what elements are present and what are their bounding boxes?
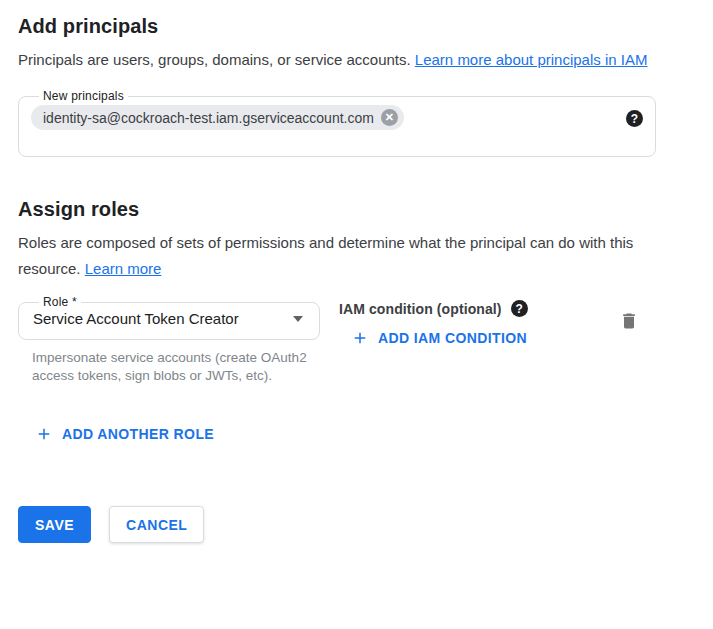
role-select-value: Service Account Token Creator (33, 310, 239, 327)
principals-description-text: Principals are users, groups, domains, o… (18, 51, 415, 68)
learn-more-roles-link[interactable]: Learn more (85, 260, 162, 277)
save-button[interactable]: SAVE (18, 506, 91, 543)
principal-chip: identity-sa@cockroach-test.iam.gservicea… (31, 105, 404, 130)
help-icon[interactable]: ? (626, 110, 643, 127)
roles-description: Roles are composed of sets of permission… (18, 230, 676, 282)
role-select-inner: Service Account Token Creator (31, 309, 307, 339)
delete-role-button[interactable] (619, 311, 639, 334)
dialog-actions: SAVE CANCEL (18, 506, 695, 543)
condition-help-icon[interactable]: ? (511, 300, 528, 317)
new-principals-label: New principals (39, 89, 128, 103)
principal-chip-label: identity-sa@cockroach-test.iam.gservicea… (43, 110, 374, 126)
learn-more-principals-link[interactable]: Learn more about principals in IAM (415, 51, 648, 68)
plus-icon (351, 329, 369, 347)
add-iam-condition-button[interactable]: ADD IAM CONDITION (351, 329, 527, 347)
add-another-role-button[interactable]: ADD ANOTHER ROLE (35, 425, 214, 443)
new-principals-input-area[interactable]: identity-sa@cockroach-test.iam.gservicea… (31, 105, 643, 130)
cancel-button[interactable]: CANCEL (109, 506, 204, 543)
page-title: Add principals (18, 0, 695, 38)
iam-condition-column: IAM condition (optional) ? ADD IAM CONDI… (339, 295, 528, 351)
role-column: Role * Service Account Token Creator Imp… (18, 295, 320, 385)
trash-icon (619, 311, 639, 331)
chip-remove-icon[interactable]: ✕ (381, 109, 398, 126)
new-principals-field[interactable]: New principals identity-sa@cockroach-tes… (18, 89, 656, 157)
dropdown-arrow-icon (293, 316, 303, 322)
plus-icon (35, 425, 53, 443)
add-iam-condition-label: ADD IAM CONDITION (378, 330, 527, 346)
assign-roles-title: Assign roles (18, 198, 695, 221)
add-another-role-label: ADD ANOTHER ROLE (62, 426, 214, 442)
role-help-text: Impersonate service accounts (create OAu… (32, 349, 320, 385)
principals-description: Principals are users, groups, domains, o… (18, 47, 676, 73)
iam-condition-label: IAM condition (optional) (339, 301, 502, 317)
role-select[interactable]: Role * Service Account Token Creator (18, 295, 320, 340)
role-select-label: Role * (39, 295, 81, 309)
iam-condition-label-row: IAM condition (optional) ? (339, 300, 528, 317)
role-row: Role * Service Account Token Creator Imp… (18, 295, 695, 385)
